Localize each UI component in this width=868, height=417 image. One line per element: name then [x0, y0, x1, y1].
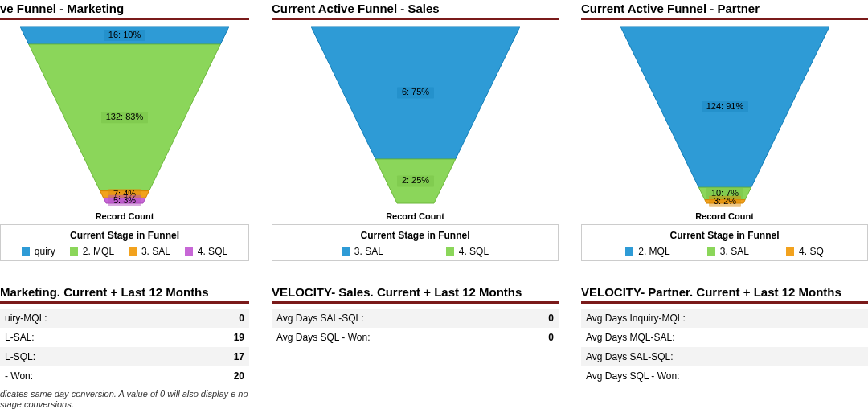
- funnel-card-marketing: ve Funnel - Marketing 16: 10%132: 83%7: …: [0, 0, 249, 261]
- legend-label: 4. SQL: [198, 246, 227, 257]
- funnel-card-partner: Current Active Funnel - Partner 124: 91%…: [581, 0, 868, 261]
- metric-value: 19: [207, 328, 249, 347]
- legend-item[interactable]: 4. SQL: [185, 246, 227, 257]
- metric-label: Avg Days SAL-SQL:: [272, 309, 517, 328]
- legend-item[interactable]: 3. SAL: [129, 246, 170, 257]
- table-row: Avg Days MQL-SAL:: [581, 328, 868, 347]
- metric-value: 0: [517, 328, 559, 347]
- metric-value: [826, 328, 868, 347]
- metric-label: - Won:: [0, 366, 207, 386]
- legend-swatch: [446, 247, 454, 256]
- legend-swatch: [707, 247, 715, 256]
- legend-swatch: [70, 247, 78, 256]
- velocity-table: Avg Days SAL-SQL:0Avg Days SQL - Won:0: [272, 309, 559, 347]
- legend-title: Current Stage in Funnel: [588, 230, 861, 241]
- funnel-chart-marketing[interactable]: 16: 10%132: 83%7: 4%5: 3%: [4, 25, 245, 210]
- legend-item[interactable]: 3. SAL: [707, 246, 749, 257]
- axis-label: Record Count: [96, 211, 154, 221]
- funnel-card-sales: Current Active Funnel - Sales 6: 75%2: 2…: [272, 0, 559, 261]
- funnel-segment-label: 124: 91%: [706, 101, 743, 111]
- metric-value: 0: [517, 309, 559, 328]
- table-row: Avg Days SQL - Won:0: [272, 328, 559, 347]
- metric-label: Avg Days SQL - Won:: [581, 366, 826, 386]
- funnel-segment-label: 132: 83%: [106, 112, 144, 121]
- legend-swatch: [786, 247, 794, 256]
- legend-item[interactable]: 4. SQL: [446, 246, 489, 257]
- legend-label: 3. SAL: [720, 246, 749, 257]
- funnel-segment-label: 3: 2%: [713, 196, 735, 206]
- metric-label: L-SAL:: [0, 328, 207, 347]
- velocity-card-partner: VELOCITY- Partner. Current + Last 12 Mon…: [581, 284, 868, 410]
- velocity-table: Avg Days Inquiry-MQL:Avg Days MQL-SAL:Av…: [581, 309, 868, 386]
- legend-title: Current Stage in Funnel: [7, 230, 242, 241]
- legend-items: 3. SAL4. SQL: [279, 246, 551, 257]
- velocity-footnote: dicates same day conversion. A value of …: [0, 389, 249, 410]
- velocity-row: Marketing. Current + Last 12 Months uiry…: [0, 284, 868, 410]
- table-row: uiry-MQL:0: [0, 309, 249, 328]
- metric-value: [826, 309, 868, 328]
- table-row: Avg Days Inquiry-MQL:: [581, 309, 868, 328]
- funnel-segment-label: 16: 10%: [108, 30, 141, 39]
- card-title: Current Active Funnel - Sales: [272, 0, 559, 20]
- velocity-card-sales: VELOCITY- Sales. Current + Last 12 Month…: [272, 284, 559, 410]
- funnel-chart-partner[interactable]: 124: 91%10: 7%3: 2%: [604, 25, 845, 210]
- legend-title: Current Stage in Funnel: [279, 230, 551, 241]
- legend-swatch: [342, 247, 350, 256]
- metric-value: [826, 366, 868, 386]
- metric-label: uiry-MQL:: [0, 309, 207, 328]
- velocity-table: uiry-MQL:0L-SAL:19L-SQL:17- Won:20: [0, 309, 249, 386]
- metric-label: Avg Days SAL-SQL:: [581, 347, 826, 366]
- legend-items: quiry2. MQL3. SAL4. SQL: [7, 246, 242, 257]
- card-title: Marketing. Current + Last 12 Months: [0, 284, 249, 304]
- funnel-row: ve Funnel - Marketing 16: 10%132: 83%7: …: [0, 0, 868, 261]
- metric-label: Avg Days MQL-SAL:: [581, 328, 826, 347]
- legend-swatch: [185, 247, 193, 256]
- legend-items: 2. MQL3. SAL4. SQ: [588, 246, 861, 257]
- metric-label: L-SQL:: [0, 347, 207, 366]
- legend-swatch: [22, 247, 30, 256]
- legend: Current Stage in Funnel 2. MQL3. SAL4. S…: [581, 224, 868, 261]
- table-row: Avg Days SQL - Won:: [581, 366, 868, 386]
- table-row: L-SAL:19: [0, 328, 249, 347]
- metric-value: 20: [207, 366, 249, 386]
- axis-label: Record Count: [386, 211, 444, 221]
- legend-item[interactable]: 3. SAL: [342, 246, 383, 257]
- card-title: ve Funnel - Marketing: [0, 0, 249, 20]
- metric-value: 0: [207, 309, 249, 328]
- funnel-chart-sales[interactable]: 6: 75%2: 25%: [295, 25, 536, 210]
- funnel-segment-label: 2: 25%: [401, 175, 428, 185]
- card-title: VELOCITY- Partner. Current + Last 12 Mon…: [581, 284, 868, 304]
- legend-item[interactable]: 4. SQ: [786, 246, 824, 257]
- table-row: L-SQL:17: [0, 347, 249, 366]
- legend-item[interactable]: 2. MQL: [70, 246, 114, 257]
- metric-value: [826, 347, 868, 366]
- legend-item[interactable]: quiry: [22, 246, 55, 257]
- metric-label: Avg Days SQL - Won:: [272, 328, 517, 347]
- legend-label: 3. SAL: [141, 246, 170, 257]
- legend-label: 4. SQ: [799, 246, 824, 257]
- legend-label: 2. MQL: [83, 246, 114, 257]
- legend-item[interactable]: 2. MQL: [625, 246, 669, 257]
- legend: Current Stage in Funnel 3. SAL4. SQL: [272, 224, 559, 261]
- table-row: Avg Days SAL-SQL:0: [272, 309, 559, 328]
- funnel-segment-label: 5: 3%: [113, 195, 136, 205]
- card-title: Current Active Funnel - Partner: [581, 0, 868, 20]
- legend-label: 4. SQL: [459, 246, 489, 257]
- table-row: - Won:20: [0, 366, 249, 386]
- legend-swatch: [625, 247, 633, 256]
- funnel-segment-label: 6: 75%: [401, 87, 428, 96]
- card-title: VELOCITY- Sales. Current + Last 12 Month…: [272, 284, 559, 304]
- velocity-card-marketing: Marketing. Current + Last 12 Months uiry…: [0, 284, 249, 410]
- metric-value: 17: [207, 347, 249, 366]
- legend-label: 3. SAL: [354, 246, 383, 257]
- legend-label: 2. MQL: [638, 246, 669, 257]
- legend-label: quiry: [35, 246, 55, 257]
- legend-swatch: [129, 247, 137, 256]
- legend: Current Stage in Funnel quiry2. MQL3. SA…: [0, 224, 249, 261]
- metric-label: Avg Days Inquiry-MQL:: [581, 309, 826, 328]
- table-row: Avg Days SAL-SQL:: [581, 347, 868, 366]
- axis-label: Record Count: [695, 211, 754, 221]
